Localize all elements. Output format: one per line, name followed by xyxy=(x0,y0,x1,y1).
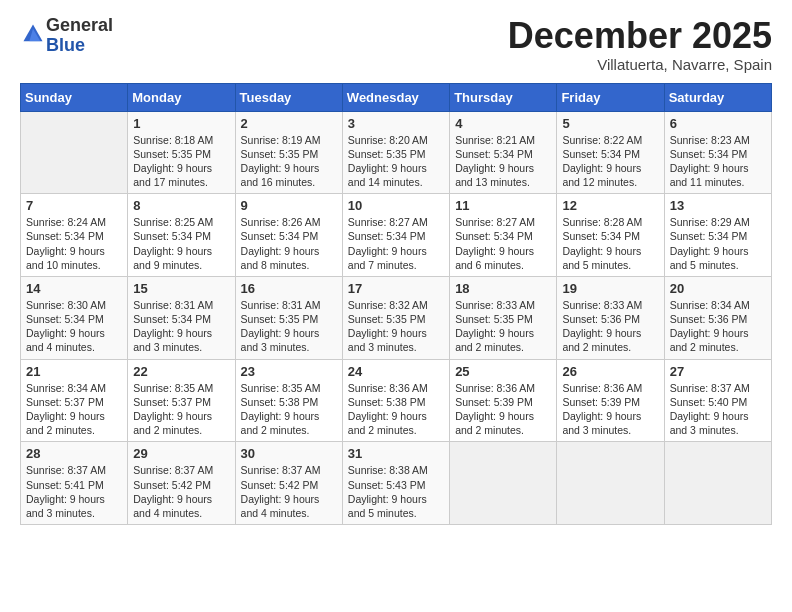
calendar-week-1: 1Sunrise: 8:18 AM Sunset: 5:35 PM Daylig… xyxy=(21,111,772,194)
day-number: 10 xyxy=(348,198,444,213)
day-number: 2 xyxy=(241,116,337,131)
calendar-cell: 26Sunrise: 8:36 AM Sunset: 5:39 PM Dayli… xyxy=(557,359,664,442)
calendar-cell: 22Sunrise: 8:35 AM Sunset: 5:37 PM Dayli… xyxy=(128,359,235,442)
day-info: Sunrise: 8:24 AM Sunset: 5:34 PM Dayligh… xyxy=(26,215,122,272)
day-info: Sunrise: 8:29 AM Sunset: 5:34 PM Dayligh… xyxy=(670,215,766,272)
day-number: 31 xyxy=(348,446,444,461)
calendar-cell: 29Sunrise: 8:37 AM Sunset: 5:42 PM Dayli… xyxy=(128,442,235,525)
day-number: 7 xyxy=(26,198,122,213)
day-info: Sunrise: 8:36 AM Sunset: 5:38 PM Dayligh… xyxy=(348,381,444,438)
day-number: 25 xyxy=(455,364,551,379)
day-info: Sunrise: 8:26 AM Sunset: 5:34 PM Dayligh… xyxy=(241,215,337,272)
day-info: Sunrise: 8:35 AM Sunset: 5:37 PM Dayligh… xyxy=(133,381,229,438)
day-number: 30 xyxy=(241,446,337,461)
day-number: 24 xyxy=(348,364,444,379)
calendar-cell: 9Sunrise: 8:26 AM Sunset: 5:34 PM Daylig… xyxy=(235,194,342,277)
day-number: 13 xyxy=(670,198,766,213)
calendar-cell: 15Sunrise: 8:31 AM Sunset: 5:34 PM Dayli… xyxy=(128,276,235,359)
calendar-cell: 5Sunrise: 8:22 AM Sunset: 5:34 PM Daylig… xyxy=(557,111,664,194)
day-info: Sunrise: 8:33 AM Sunset: 5:36 PM Dayligh… xyxy=(562,298,658,355)
col-sunday: Sunday xyxy=(21,83,128,111)
calendar-week-3: 14Sunrise: 8:30 AM Sunset: 5:34 PM Dayli… xyxy=(21,276,772,359)
calendar-cell: 1Sunrise: 8:18 AM Sunset: 5:35 PM Daylig… xyxy=(128,111,235,194)
title-block: December 2025 Villatuerta, Navarre, Spai… xyxy=(508,16,772,73)
day-number: 8 xyxy=(133,198,229,213)
calendar-cell: 16Sunrise: 8:31 AM Sunset: 5:35 PM Dayli… xyxy=(235,276,342,359)
calendar-cell: 3Sunrise: 8:20 AM Sunset: 5:35 PM Daylig… xyxy=(342,111,449,194)
calendar-cell: 24Sunrise: 8:36 AM Sunset: 5:38 PM Dayli… xyxy=(342,359,449,442)
col-monday: Monday xyxy=(128,83,235,111)
day-number: 12 xyxy=(562,198,658,213)
calendar-cell: 27Sunrise: 8:37 AM Sunset: 5:40 PM Dayli… xyxy=(664,359,771,442)
day-info: Sunrise: 8:30 AM Sunset: 5:34 PM Dayligh… xyxy=(26,298,122,355)
calendar-cell: 6Sunrise: 8:23 AM Sunset: 5:34 PM Daylig… xyxy=(664,111,771,194)
calendar-cell: 25Sunrise: 8:36 AM Sunset: 5:39 PM Dayli… xyxy=(450,359,557,442)
day-number: 28 xyxy=(26,446,122,461)
day-number: 1 xyxy=(133,116,229,131)
day-info: Sunrise: 8:28 AM Sunset: 5:34 PM Dayligh… xyxy=(562,215,658,272)
calendar-cell: 18Sunrise: 8:33 AM Sunset: 5:35 PM Dayli… xyxy=(450,276,557,359)
day-number: 14 xyxy=(26,281,122,296)
calendar-cell: 30Sunrise: 8:37 AM Sunset: 5:42 PM Dayli… xyxy=(235,442,342,525)
day-number: 27 xyxy=(670,364,766,379)
day-number: 6 xyxy=(670,116,766,131)
day-info: Sunrise: 8:37 AM Sunset: 5:42 PM Dayligh… xyxy=(133,463,229,520)
day-info: Sunrise: 8:18 AM Sunset: 5:35 PM Dayligh… xyxy=(133,133,229,190)
calendar-cell: 19Sunrise: 8:33 AM Sunset: 5:36 PM Dayli… xyxy=(557,276,664,359)
day-info: Sunrise: 8:22 AM Sunset: 5:34 PM Dayligh… xyxy=(562,133,658,190)
day-number: 5 xyxy=(562,116,658,131)
header: General Blue December 2025 Villatuerta, … xyxy=(20,16,772,73)
day-info: Sunrise: 8:38 AM Sunset: 5:43 PM Dayligh… xyxy=(348,463,444,520)
calendar-cell xyxy=(21,111,128,194)
day-info: Sunrise: 8:36 AM Sunset: 5:39 PM Dayligh… xyxy=(562,381,658,438)
logo-general-text: General xyxy=(46,15,113,35)
calendar-header-row: Sunday Monday Tuesday Wednesday Thursday… xyxy=(21,83,772,111)
day-number: 20 xyxy=(670,281,766,296)
day-number: 17 xyxy=(348,281,444,296)
col-saturday: Saturday xyxy=(664,83,771,111)
month-title: December 2025 xyxy=(508,16,772,56)
calendar-cell: 4Sunrise: 8:21 AM Sunset: 5:34 PM Daylig… xyxy=(450,111,557,194)
day-info: Sunrise: 8:34 AM Sunset: 5:36 PM Dayligh… xyxy=(670,298,766,355)
calendar-cell: 14Sunrise: 8:30 AM Sunset: 5:34 PM Dayli… xyxy=(21,276,128,359)
calendar-week-5: 28Sunrise: 8:37 AM Sunset: 5:41 PM Dayli… xyxy=(21,442,772,525)
day-info: Sunrise: 8:27 AM Sunset: 5:34 PM Dayligh… xyxy=(455,215,551,272)
calendar-cell: 17Sunrise: 8:32 AM Sunset: 5:35 PM Dayli… xyxy=(342,276,449,359)
day-info: Sunrise: 8:36 AM Sunset: 5:39 PM Dayligh… xyxy=(455,381,551,438)
day-number: 26 xyxy=(562,364,658,379)
calendar-cell: 12Sunrise: 8:28 AM Sunset: 5:34 PM Dayli… xyxy=(557,194,664,277)
day-number: 15 xyxy=(133,281,229,296)
day-number: 11 xyxy=(455,198,551,213)
calendar-cell: 31Sunrise: 8:38 AM Sunset: 5:43 PM Dayli… xyxy=(342,442,449,525)
page-container: General Blue December 2025 Villatuerta, … xyxy=(0,0,792,535)
day-info: Sunrise: 8:31 AM Sunset: 5:35 PM Dayligh… xyxy=(241,298,337,355)
calendar-week-4: 21Sunrise: 8:34 AM Sunset: 5:37 PM Dayli… xyxy=(21,359,772,442)
col-friday: Friday xyxy=(557,83,664,111)
day-info: Sunrise: 8:37 AM Sunset: 5:40 PM Dayligh… xyxy=(670,381,766,438)
day-info: Sunrise: 8:37 AM Sunset: 5:42 PM Dayligh… xyxy=(241,463,337,520)
calendar-cell xyxy=(450,442,557,525)
logo-icon xyxy=(22,23,44,45)
day-info: Sunrise: 8:21 AM Sunset: 5:34 PM Dayligh… xyxy=(455,133,551,190)
logo: General Blue xyxy=(20,16,113,56)
day-info: Sunrise: 8:19 AM Sunset: 5:35 PM Dayligh… xyxy=(241,133,337,190)
col-thursday: Thursday xyxy=(450,83,557,111)
day-number: 22 xyxy=(133,364,229,379)
day-info: Sunrise: 8:20 AM Sunset: 5:35 PM Dayligh… xyxy=(348,133,444,190)
calendar-cell: 11Sunrise: 8:27 AM Sunset: 5:34 PM Dayli… xyxy=(450,194,557,277)
day-info: Sunrise: 8:32 AM Sunset: 5:35 PM Dayligh… xyxy=(348,298,444,355)
calendar-cell: 8Sunrise: 8:25 AM Sunset: 5:34 PM Daylig… xyxy=(128,194,235,277)
day-info: Sunrise: 8:34 AM Sunset: 5:37 PM Dayligh… xyxy=(26,381,122,438)
calendar-cell xyxy=(557,442,664,525)
day-number: 21 xyxy=(26,364,122,379)
day-info: Sunrise: 8:33 AM Sunset: 5:35 PM Dayligh… xyxy=(455,298,551,355)
calendar-table: Sunday Monday Tuesday Wednesday Thursday… xyxy=(20,83,772,525)
calendar-cell: 2Sunrise: 8:19 AM Sunset: 5:35 PM Daylig… xyxy=(235,111,342,194)
day-number: 4 xyxy=(455,116,551,131)
calendar-cell xyxy=(664,442,771,525)
calendar-cell: 10Sunrise: 8:27 AM Sunset: 5:34 PM Dayli… xyxy=(342,194,449,277)
day-info: Sunrise: 8:27 AM Sunset: 5:34 PM Dayligh… xyxy=(348,215,444,272)
calendar-week-2: 7Sunrise: 8:24 AM Sunset: 5:34 PM Daylig… xyxy=(21,194,772,277)
col-wednesday: Wednesday xyxy=(342,83,449,111)
day-info: Sunrise: 8:37 AM Sunset: 5:41 PM Dayligh… xyxy=(26,463,122,520)
